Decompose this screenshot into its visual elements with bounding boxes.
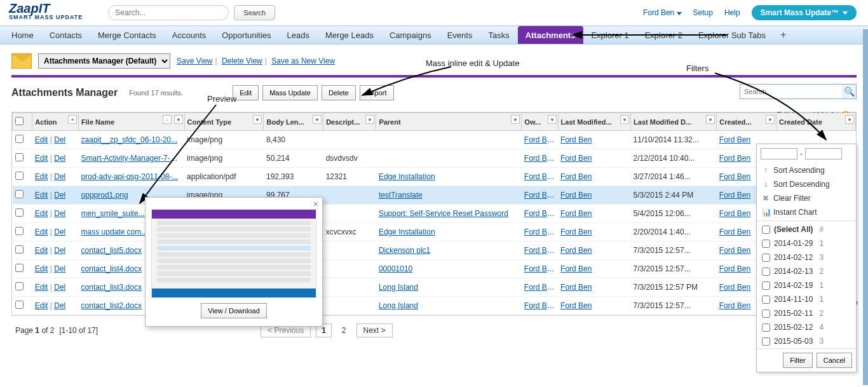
last-modified-by-link[interactable]: Ford Ben	[560, 135, 592, 144]
delete-button[interactable]: Delete	[322, 85, 356, 100]
row-del-link[interactable]: Del	[54, 135, 65, 144]
view-selector[interactable]: Attachments Manager (Default)	[38, 53, 170, 69]
last-modified-by-link[interactable]: Ford Ben	[560, 191, 592, 200]
row-del-link[interactable]: Del	[54, 209, 65, 218]
parent-link[interactable]: Dickenson plc1	[379, 246, 430, 255]
nav-tab-attachments[interactable]: Attachments	[518, 26, 584, 44]
last-modified-by-link[interactable]: Ford Ben	[560, 209, 592, 218]
row-edit-link[interactable]: Edit	[35, 246, 48, 255]
row-edit-link[interactable]: Edit	[35, 227, 48, 236]
col-header[interactable]: Last Modified...▾	[558, 113, 630, 131]
file-name-link[interactable]: contact_list3.docx	[81, 283, 142, 292]
created-by-link[interactable]: Ford Ben	[719, 209, 750, 218]
filter-option[interactable]: 2014-11-101	[757, 292, 856, 306]
parent-link[interactable]: Long Island	[379, 283, 418, 292]
row-edit-link[interactable]: Edit	[35, 135, 48, 144]
add-tab-button[interactable]: +	[774, 26, 792, 44]
column-menu-icon[interactable]: ▾	[253, 115, 262, 124]
setup-link[interactable]: Setup	[693, 8, 713, 17]
owner-link[interactable]: Ford Ben	[524, 227, 555, 236]
nav-tab-contacts[interactable]: Contacts	[42, 26, 90, 44]
row-del-link[interactable]: Del	[54, 283, 65, 292]
owner-link[interactable]: Ford Ben	[524, 172, 555, 181]
col-header[interactable]: Created...▾	[717, 113, 776, 131]
filter-option[interactable]: 2014-02-191	[757, 278, 856, 292]
sort-ascending[interactable]: ↑Sort Ascending	[757, 163, 856, 177]
owner-link[interactable]: Ford Ben	[524, 264, 555, 273]
search-icon[interactable]: 🔍	[842, 85, 856, 98]
parent-link[interactable]: Long Island	[379, 301, 418, 310]
created-by-link[interactable]: Ford Ben	[719, 283, 750, 292]
column-menu-icon[interactable]: ▾	[365, 115, 374, 124]
row-edit-link[interactable]: Edit	[35, 283, 48, 292]
select-all-rows-checkbox[interactable]	[15, 117, 24, 125]
filter-option[interactable]: 2014-01-291	[757, 236, 856, 250]
file-name-link[interactable]: oppprod1.png	[81, 191, 128, 200]
row-checkbox[interactable]	[15, 190, 24, 198]
last-modified-by-link[interactable]: Ford Ben	[560, 154, 592, 163]
column-menu-icon[interactable]: ▾	[174, 115, 183, 124]
parent-link[interactable]: Edge Installation	[379, 172, 435, 181]
created-by-link[interactable]: Ford Ben	[719, 135, 750, 144]
add-column-icon[interactable]: +	[68, 115, 77, 124]
mass-update-button[interactable]: Mass Update	[262, 85, 318, 100]
row-del-link[interactable]: Del	[54, 191, 65, 200]
export-button[interactable]: Export	[360, 85, 394, 100]
owner-link[interactable]: Ford Ben	[524, 301, 555, 310]
row-edit-link[interactable]: Edit	[35, 191, 48, 200]
global-search-input[interactable]	[108, 5, 229, 20]
column-menu-icon[interactable]: ▾	[706, 115, 715, 124]
owner-link[interactable]: Ford Ben	[524, 209, 555, 218]
nav-tab-leads[interactable]: Leads	[280, 26, 318, 44]
save-view-link[interactable]: Save View	[177, 57, 212, 65]
global-search-button[interactable]: Search	[234, 5, 275, 20]
grid-search-input[interactable]	[740, 85, 842, 98]
file-name-link[interactable]: contact_list2.docx	[81, 301, 142, 310]
row-checkbox[interactable]	[15, 135, 24, 143]
last-modified-by-link[interactable]: Ford Ben	[560, 227, 592, 236]
nav-tab-opportunities[interactable]: Opportunities	[214, 26, 279, 44]
file-name-link[interactable]: mass update com...	[81, 227, 148, 236]
sort-descending[interactable]: ↓Sort Descending	[757, 177, 856, 191]
file-name-link[interactable]: men_smile_suite...	[81, 209, 145, 218]
col-header[interactable]: Parent▾	[376, 113, 522, 131]
owner-link[interactable]: Ford Ben	[524, 246, 555, 255]
filter-select-all[interactable]: (Select All)#	[757, 222, 856, 236]
help-link[interactable]: Help	[724, 8, 740, 17]
file-name-link[interactable]: Smart-Activity-Manager-7-all...	[81, 154, 184, 163]
filter-cancel-button[interactable]: Cancel	[817, 353, 852, 368]
column-menu-icon[interactable]: ▾	[845, 115, 854, 124]
created-by-link[interactable]: Ford Ben	[719, 264, 750, 273]
column-menu-icon[interactable]: ▾	[548, 115, 557, 124]
col-header[interactable]: Content Type▾	[184, 113, 264, 131]
row-del-link[interactable]: Del	[54, 227, 65, 236]
nav-tab-explorer-1[interactable]: Explorer 1	[583, 26, 637, 44]
row-checkbox[interactable]	[15, 227, 24, 235]
parent-link[interactable]: 00001010	[379, 264, 412, 273]
col-header[interactable]: Action+	[32, 113, 79, 131]
select-all-checkbox[interactable]	[762, 226, 770, 234]
file-name-link[interactable]: contact_list4.docx	[81, 264, 142, 273]
row-checkbox[interactable]	[15, 153, 24, 161]
user-menu[interactable]: Ford Ben	[643, 8, 682, 17]
row-edit-link[interactable]: Edit	[35, 301, 48, 310]
parent-link[interactable]: Edge Installation	[379, 227, 435, 236]
col-header[interactable]: Ow...▾	[522, 113, 558, 131]
clear-filter[interactable]: ✖Clear Filter	[757, 191, 856, 205]
filter-option[interactable]: 2015-02-112	[757, 306, 856, 320]
row-checkbox[interactable]	[15, 282, 24, 290]
row-edit-link[interactable]: Edit	[35, 172, 48, 181]
filter-date-from[interactable]	[761, 148, 797, 160]
row-edit-link[interactable]: Edit	[35, 264, 48, 273]
column-menu-icon[interactable]: ▾	[511, 115, 520, 124]
filter-option-checkbox[interactable]	[762, 309, 770, 318]
nav-tab-campaigns[interactable]: Campaigns	[382, 26, 440, 44]
column-menu-icon[interactable]: ▾	[620, 115, 629, 124]
owner-link[interactable]: Ford Ben	[524, 135, 555, 144]
filter-option-checkbox[interactable]	[762, 323, 770, 332]
created-by-link[interactable]: Ford Ben	[719, 227, 750, 236]
filter-option-checkbox[interactable]	[762, 295, 770, 304]
view-download-button[interactable]: View / Download	[201, 303, 267, 318]
parent-link[interactable]: testTranslate	[379, 191, 423, 200]
col-header[interactable]: Descript...▾	[323, 113, 376, 131]
